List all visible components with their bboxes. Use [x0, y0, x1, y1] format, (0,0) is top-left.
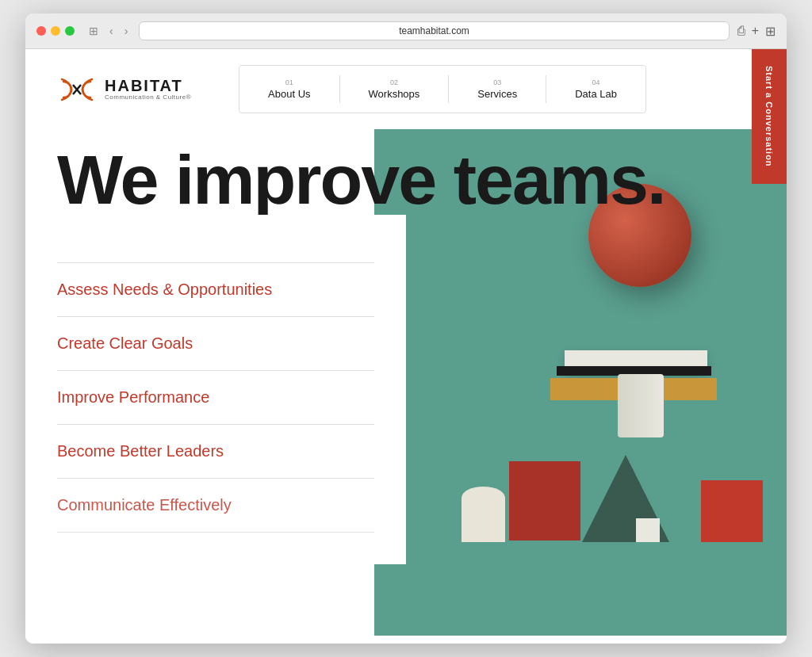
- list-item-text-2: Create Clear Goals: [57, 334, 193, 352]
- nav-num-2: 02: [390, 78, 398, 86]
- nav-item-services[interactable]: 03 Services: [449, 75, 546, 103]
- close-button[interactable]: [36, 26, 46, 36]
- browser-window: ⊞ ‹ › teamhabitat.com ⎙ + ⊞: [25, 13, 787, 644]
- services-list: Assess Needs & Opportunities Create Clea…: [25, 215, 406, 564]
- nav-item-workshops[interactable]: 02 Workshops: [340, 75, 450, 103]
- list-item[interactable]: Become Better Leaders: [57, 425, 374, 479]
- list-item[interactable]: Improve Performance: [57, 371, 374, 425]
- nav-label-services: Services: [477, 88, 517, 100]
- list-item-text-3: Improve Performance: [57, 388, 209, 406]
- navigation: HABITAT Communication & Culture® 01 Abou…: [25, 49, 787, 129]
- nav-num-4: 04: [592, 78, 600, 86]
- list-item-text-4: Become Better Leaders: [57, 442, 224, 460]
- base-cylinder-shape: [462, 487, 505, 542]
- cta-label: Start a Conversation: [764, 66, 774, 167]
- nav-item-datalab[interactable]: 04 Data Lab: [546, 75, 645, 103]
- forward-button[interactable]: ›: [121, 23, 132, 39]
- nav-label-about: About Us: [268, 88, 310, 100]
- nav-num-1: 01: [285, 78, 293, 86]
- address-bar[interactable]: teamhabitat.com: [139, 21, 729, 40]
- nav-num-3: 03: [493, 78, 501, 86]
- nav-label-datalab: Data Lab: [575, 88, 617, 100]
- window-toggle-button[interactable]: ⊞: [86, 23, 102, 39]
- url-text: teamhabitat.com: [399, 25, 469, 36]
- cylinder-shape: [618, 374, 664, 437]
- hero-headline: We improve teams.: [57, 145, 755, 215]
- browser-actions: ⎙ + ⊞: [737, 24, 776, 39]
- logo-name: HABITAT: [105, 78, 191, 94]
- browser-controls: ⊞ ‹ ›: [86, 23, 131, 39]
- list-item[interactable]: Communicate Effectively: [57, 479, 374, 533]
- new-tab-button[interactable]: +: [752, 24, 759, 38]
- cta-button[interactable]: Start a Conversation: [752, 49, 787, 184]
- back-button[interactable]: ‹: [106, 23, 117, 39]
- list-item[interactable]: Create Clear Goals: [57, 317, 374, 371]
- website-content: HABITAT Communication & Culture® 01 Abou…: [25, 49, 787, 644]
- illustration-panel: [406, 215, 787, 564]
- content-area: Assess Needs & Opportunities Create Clea…: [25, 215, 787, 564]
- list-item-text-1: Assess Needs & Opportunities: [57, 281, 272, 298]
- share-button[interactable]: ⎙: [737, 24, 745, 38]
- nav-label-workshops: Workshops: [369, 88, 420, 100]
- logo-text: HABITAT Communication & Culture®: [105, 78, 191, 101]
- list-item[interactable]: Assess Needs & Opportunities: [57, 262, 374, 317]
- logo-link[interactable]: HABITAT Communication & Culture®: [57, 75, 191, 104]
- nav-menu-border: 01 About Us 02 Workshops 03 Services 04 …: [239, 65, 646, 113]
- logo-icon: [57, 75, 97, 104]
- logo-tagline: Communication & Culture®: [105, 94, 191, 101]
- nav-menu: 01 About Us 02 Workshops 03 Services 04 …: [239, 65, 755, 113]
- list-item-text-5: Communicate Effectively: [57, 496, 232, 514]
- traffic-lights: [36, 26, 75, 36]
- minimize-button[interactable]: [51, 26, 60, 36]
- red-cube-left-shape: [509, 461, 580, 540]
- tabs-button[interactable]: ⊞: [765, 24, 776, 39]
- nav-item-about[interactable]: 01 About Us: [239, 75, 339, 103]
- maximize-button[interactable]: [65, 26, 75, 36]
- red-cube-right-shape: [701, 480, 763, 542]
- browser-chrome: ⊞ ‹ › teamhabitat.com ⎙ + ⊞: [25, 13, 787, 49]
- white-cube-shape: [636, 518, 660, 542]
